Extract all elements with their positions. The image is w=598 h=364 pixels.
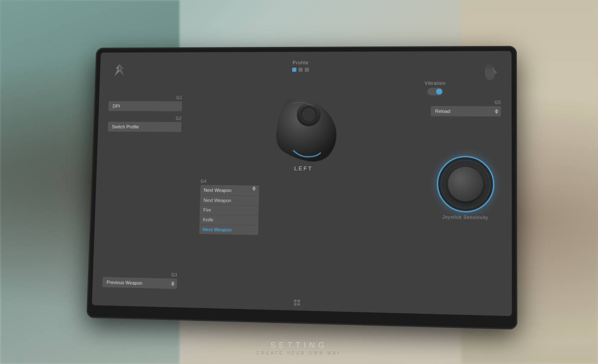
- profile-dot-2[interactable]: [299, 68, 303, 72]
- g2-select[interactable]: Switch Profile: [108, 122, 182, 132]
- g4-option-fire[interactable]: Fire: [200, 205, 259, 215]
- g1-select-wrapper: DPI: [108, 101, 182, 111]
- g3-select-wrapper: Previous Weapon: [103, 277, 177, 289]
- windows-button[interactable]: [290, 298, 304, 307]
- caption-title: SETTING: [257, 341, 342, 350]
- g5-group: G5 Reload: [431, 100, 501, 116]
- g4-dropdown[interactable]: Next Weapon Next Weapon Fire Knife: [199, 185, 259, 235]
- caption-subtitle: CREATE YOUR OWN WAY: [257, 351, 342, 355]
- tablet: Profile Vibration: [86, 46, 517, 330]
- brand-logo: [109, 61, 129, 80]
- vibration-label: Vibration: [425, 81, 446, 86]
- mouse-side-label: LEFT: [294, 165, 313, 172]
- g4-option-knife[interactable]: Knife: [199, 215, 258, 225]
- g4-option-next-weapon-2[interactable]: Next Weapon: [199, 224, 258, 235]
- g1-select[interactable]: DPI: [108, 101, 182, 111]
- win-grid: [294, 300, 300, 306]
- g4-arrows: [252, 186, 256, 191]
- profile-dot-3[interactable]: [305, 67, 309, 72]
- win-cell-4: [297, 303, 300, 306]
- right-controls: G5 Reload: [430, 87, 501, 297]
- g4-down-arrow: [252, 189, 256, 191]
- win-cell-2: [297, 300, 300, 302]
- win-cell-1: [294, 300, 296, 302]
- g2-label: G2: [108, 116, 182, 121]
- win-cell-3: [294, 303, 296, 306]
- svg-point-5: [303, 109, 315, 121]
- g5-select-wrapper: Reload: [431, 106, 501, 116]
- g4-label: G4: [200, 179, 259, 184]
- mouse-container: [253, 91, 356, 163]
- svg-point-1: [487, 62, 493, 69]
- app-ui: Profile Vibration: [92, 51, 512, 316]
- g4-current-value: Next Weapon: [204, 187, 232, 193]
- profile-label: Profile: [293, 60, 309, 65]
- g4-up-arrow: [252, 186, 256, 188]
- center-area: LEFT G4 Next Weapon: [177, 87, 431, 295]
- profile-section: Profile: [292, 60, 309, 72]
- profile-dots: [292, 67, 309, 72]
- joystick-section: Joystick Sensitivity: [430, 156, 501, 220]
- profile-dot-1[interactable]: [292, 68, 296, 72]
- g2-select-wrapper: Switch Profile: [108, 122, 182, 132]
- g5-select[interactable]: Reload: [431, 106, 501, 116]
- g3-group: G3 Previous Weapon: [103, 271, 178, 289]
- g2-group: G2 Switch Profile: [108, 116, 182, 132]
- tablet-screen: Profile Vibration: [92, 51, 512, 316]
- g4-dropdown-header[interactable]: Next Weapon: [200, 185, 259, 195]
- g4-group: G4 Next Weapon Next Weapon: [199, 179, 259, 235]
- controller-icon: [479, 60, 501, 81]
- g1-group: G1 DPI: [108, 96, 182, 111]
- g3-label: G3: [103, 271, 177, 277]
- joystick-ring[interactable]: [437, 156, 494, 213]
- left-controls: G1 DPI G2 Switch Profile: [103, 87, 183, 289]
- g5-label: G5: [431, 100, 501, 105]
- g1-label: G1: [109, 96, 182, 100]
- g4-dropdown-items: Next Weapon Fire Knife Next Weapon: [199, 195, 259, 235]
- g3-select[interactable]: Previous Weapon: [103, 277, 177, 289]
- joystick-label: Joystick Sensitivity: [443, 215, 488, 220]
- caption: SETTING CREATE YOUR OWN WAY: [257, 341, 342, 355]
- joystick-knob: [448, 166, 483, 201]
- header: Profile: [109, 60, 501, 81]
- g4-option-next-weapon-1[interactable]: Next Weapon: [200, 195, 259, 206]
